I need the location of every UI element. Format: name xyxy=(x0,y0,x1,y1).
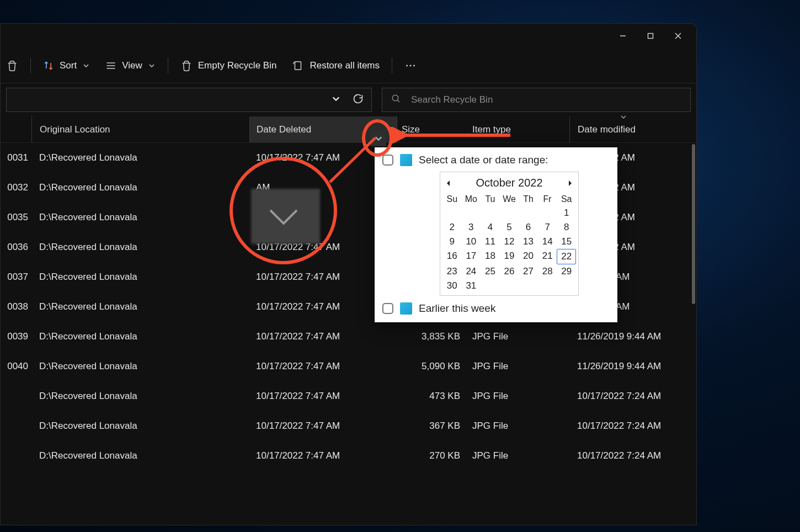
calendar-day xyxy=(462,206,481,220)
calendar-day[interactable]: 20 xyxy=(519,249,538,264)
minimize-button[interactable] xyxy=(609,24,637,48)
cell-location: D:\Recovered Lonavala xyxy=(31,450,249,461)
svg-point-10 xyxy=(413,65,415,66)
calendar-day[interactable]: 26 xyxy=(500,264,519,279)
calendar-day[interactable]: 22 xyxy=(557,249,576,264)
cell-modified: 10/17/2022 7:24 AM xyxy=(569,391,696,402)
refresh-icon[interactable] xyxy=(353,93,364,107)
address-row: Search Recycle Bin xyxy=(1,83,696,116)
calendar-day[interactable]: 1 xyxy=(557,206,576,220)
sort-button[interactable]: Sort xyxy=(35,56,98,76)
calendar-day[interactable]: 4 xyxy=(481,220,500,235)
cell-location: D:\Recovered Lonavala xyxy=(31,331,249,342)
calendar-day[interactable]: 27 xyxy=(519,264,538,279)
empty-recycle-bin-button[interactable]: Empty Recycle Bin xyxy=(173,55,285,76)
column-headers: Original Location Date Deleted Size Item… xyxy=(1,116,696,143)
calendar-dow: Su xyxy=(442,193,462,206)
more-button[interactable] xyxy=(397,55,424,76)
table-row[interactable]: D:\Recovered Lonavala10/17/2022 7:47 AM4… xyxy=(1,381,696,411)
close-button[interactable] xyxy=(664,24,692,48)
empty-label: Empty Recycle Bin xyxy=(198,60,277,71)
scrollbar[interactable] xyxy=(692,144,695,304)
search-input[interactable]: Search Recycle Bin xyxy=(382,88,691,112)
select-date-checkbox[interactable] xyxy=(382,155,393,166)
calendar-day[interactable]: 16 xyxy=(442,249,462,264)
column-size[interactable]: Size xyxy=(397,116,470,142)
calendar-day[interactable]: 29 xyxy=(557,264,576,279)
table-row[interactable]: D:\Recovered Lonavala10/17/2022 7:47 AM2… xyxy=(1,441,696,471)
date-filter-dropdown[interactable]: Select a date or date range: October 202… xyxy=(375,147,617,322)
calendar-day xyxy=(538,206,557,220)
chevron-down-icon[interactable] xyxy=(332,94,340,105)
table-row[interactable]: 0039D:\Recovered Lonavala10/17/2022 7:47… xyxy=(1,322,696,352)
cell-name: 0040 xyxy=(1,361,31,372)
cell-modified: 11/26/2019 9:44 AM xyxy=(569,361,696,372)
calendar-prev-icon[interactable] xyxy=(446,177,451,189)
maximize-button[interactable] xyxy=(637,24,664,48)
cell-location: D:\Recovered Lonavala xyxy=(31,272,249,283)
cell-location: D:\Recovered Lonavala xyxy=(31,391,249,402)
view-label: View xyxy=(122,60,142,71)
calendar-day[interactable]: 21 xyxy=(538,249,557,264)
calendar-day xyxy=(481,206,500,220)
address-bar[interactable] xyxy=(6,88,372,112)
calendar-day[interactable]: 2 xyxy=(442,220,462,235)
select-date-label: Select a date or date range: xyxy=(419,154,548,166)
cell-name: 0032 xyxy=(1,182,31,193)
restore-label: Restore all items xyxy=(310,60,380,71)
svg-line-12 xyxy=(397,100,399,102)
svg-rect-7 xyxy=(295,61,301,70)
calendar-day[interactable]: 13 xyxy=(519,235,538,249)
calendar-day[interactable]: 9 xyxy=(442,235,462,249)
cell-size: 473 KB xyxy=(397,391,470,402)
earlier-week-label: Earlier this week xyxy=(419,302,495,315)
calendar-day[interactable]: 18 xyxy=(481,249,500,264)
calendar-day[interactable]: 30 xyxy=(442,279,462,293)
calendar-icon xyxy=(400,154,412,166)
calendar-day[interactable]: 12 xyxy=(500,235,519,249)
table-row[interactable]: D:\Recovered Lonavala10/17/2022 7:47 AM3… xyxy=(1,411,696,441)
earlier-week-checkbox[interactable] xyxy=(382,303,393,314)
column-date-modified[interactable]: Date modified xyxy=(569,116,696,142)
restore-all-button[interactable]: Restore all items xyxy=(284,55,387,76)
cell-name: 0039 xyxy=(1,331,31,342)
chevron-down-icon xyxy=(620,112,627,123)
cell-name: 0038 xyxy=(1,301,31,312)
calendar-day[interactable]: 3 xyxy=(462,220,481,235)
cell-date-deleted: 10/17/2022 7:47 AM xyxy=(249,391,397,402)
column-filter-chevron[interactable] xyxy=(371,131,386,146)
calendar-next-icon[interactable] xyxy=(567,177,573,189)
view-button[interactable]: View xyxy=(98,56,163,76)
calendar-day[interactable]: 25 xyxy=(481,264,500,279)
calendar-day[interactable]: 24 xyxy=(462,264,481,279)
toolbar-separator xyxy=(392,58,392,73)
calendar[interactable]: October 2022 SuMoTuWeThFrSa1234567891011… xyxy=(440,172,579,296)
column-item-type[interactable]: Item type xyxy=(470,116,569,142)
cell-type: JPG File xyxy=(470,450,569,461)
cell-type: JPG File xyxy=(470,361,569,372)
cell-type: JPG File xyxy=(470,391,569,402)
cell-name: 0031 xyxy=(1,152,31,163)
calendar-day[interactable]: 10 xyxy=(462,235,481,249)
calendar-day[interactable]: 17 xyxy=(462,249,481,264)
calendar-day xyxy=(519,206,538,220)
table-row[interactable]: 0040D:\Recovered Lonavala10/17/2022 7:47… xyxy=(1,352,696,381)
column-date-deleted-label: Date Deleted xyxy=(257,124,311,135)
sort-label: Sort xyxy=(60,60,77,71)
calendar-day[interactable]: 7 xyxy=(538,220,557,235)
calendar-day[interactable]: 19 xyxy=(500,249,519,264)
calendar-day[interactable]: 8 xyxy=(557,220,576,235)
column-original-location[interactable]: Original Location xyxy=(31,116,249,142)
calendar-day[interactable]: 14 xyxy=(538,235,557,249)
calendar-day[interactable]: 31 xyxy=(462,279,481,293)
calendar-day[interactable]: 28 xyxy=(538,264,557,279)
calendar-day[interactable]: 15 xyxy=(557,235,576,249)
trash-icon[interactable] xyxy=(6,55,26,76)
cell-type: JPG File xyxy=(470,421,569,432)
calendar-day[interactable]: 23 xyxy=(442,264,462,279)
calendar-day[interactable]: 5 xyxy=(500,220,519,235)
calendar-dow: Mo xyxy=(462,193,481,206)
calendar-day[interactable]: 11 xyxy=(481,235,500,249)
calendar-day[interactable]: 6 xyxy=(519,220,538,235)
calendar-dow: Sa xyxy=(557,193,576,206)
